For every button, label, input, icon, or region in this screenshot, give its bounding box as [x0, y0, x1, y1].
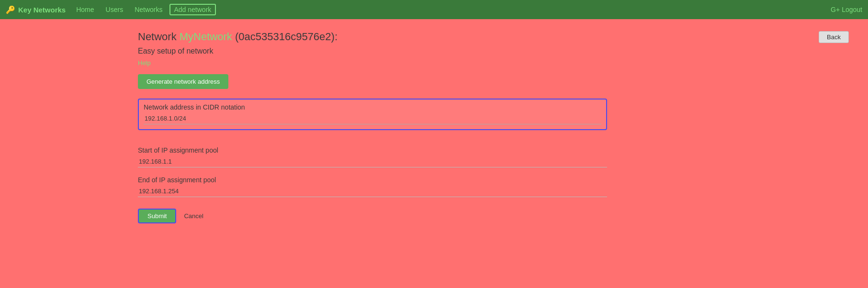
- pool-start-label: Start of IP assignment pool: [138, 146, 607, 154]
- back-button[interactable]: Back: [819, 31, 849, 43]
- network-name: MyNetwork: [180, 31, 232, 43]
- main-content: Network MyNetwork (0ac535316c9576e2): Ba…: [0, 19, 868, 223]
- nav-add-network[interactable]: Add network: [169, 4, 216, 15]
- nav-home[interactable]: Home: [71, 4, 99, 15]
- logout-button[interactable]: G+ Logout: [831, 6, 862, 13]
- title-prefix: Network: [138, 31, 180, 43]
- submit-button[interactable]: Submit: [138, 209, 176, 223]
- cidr-input[interactable]: [144, 113, 601, 124]
- cidr-label: Network address in CIDR notation: [144, 103, 601, 111]
- logout-label: Logout: [842, 6, 862, 13]
- logout-icon: G+: [831, 6, 840, 13]
- generate-network-address-button[interactable]: Generate network address: [138, 74, 228, 89]
- page-title: Network MyNetwork (0ac535316c9576e2):: [138, 31, 338, 43]
- cancel-button[interactable]: Cancel: [182, 210, 205, 222]
- pool-start-field-group: Start of IP assignment pool: [138, 146, 607, 167]
- pool-end-label: End of IP assignment pool: [138, 176, 607, 184]
- key-icon: 🔑: [6, 5, 15, 14]
- help-link[interactable]: Help: [138, 59, 151, 66]
- brand-label: Key Networks: [18, 6, 66, 14]
- pool-end-field-group: End of IP assignment pool: [138, 176, 607, 197]
- nav-networks[interactable]: Networks: [130, 4, 167, 15]
- page-header: Network MyNetwork (0ac535316c9576e2): Ba…: [138, 31, 868, 43]
- navbar: 🔑 Key Networks Home Users Networks Add n…: [0, 0, 868, 19]
- section-title: Easy setup of network: [138, 47, 868, 55]
- form-actions: Submit Cancel: [138, 209, 868, 223]
- pool-start-input[interactable]: [138, 156, 607, 167]
- nav-users[interactable]: Users: [101, 4, 128, 15]
- cidr-field-group: Network address in CIDR notation: [138, 99, 607, 130]
- network-id: (0ac535316c9576e2):: [235, 31, 338, 43]
- navbar-brand[interactable]: 🔑 Key Networks: [6, 5, 66, 14]
- pool-end-input[interactable]: [138, 186, 607, 197]
